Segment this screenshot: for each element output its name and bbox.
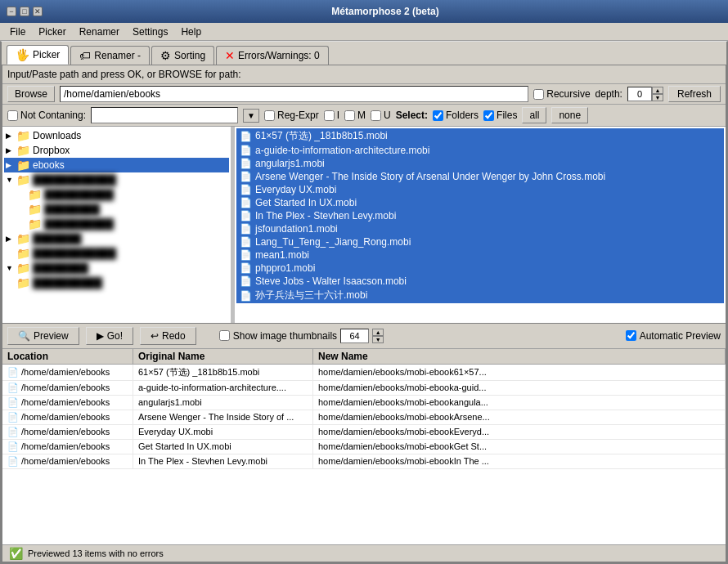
auto-preview: Automatic Preview [626, 330, 721, 342]
m-checkbox[interactable] [344, 110, 355, 121]
file-item-12[interactable]: 📄 孙子兵法与三十六计.mobi [236, 288, 724, 303]
arrow-blurred-3[interactable] [17, 205, 25, 213]
refresh-button[interactable]: Refresh [668, 86, 721, 102]
all-button[interactable]: all [522, 107, 546, 123]
file-item-3[interactable]: 📄 Arsene Wenger - The Inside Story of Ar… [236, 170, 724, 183]
arrow-ebooks[interactable]: ▶ [6, 161, 14, 169]
tab-sorting[interactable]: ⚙ Sorting [151, 46, 214, 65]
file-item-5[interactable]: 📄 Get Started In UX.mobi [236, 196, 724, 209]
arrow-downloads[interactable]: ▶ [6, 132, 14, 140]
tab-renamer[interactable]: 🏷 Renamer - [70, 46, 150, 65]
menu-settings[interactable]: Settings [126, 25, 174, 39]
close-button[interactable]: ✕ [33, 7, 43, 16]
tree-item-downloads[interactable]: ▶ 📁 Downloads [4, 128, 229, 143]
file-name-0: 61×57 (节选) _181b8b15.mobi [255, 129, 388, 143]
file-item-0[interactable]: 📄 61×57 (节选) _181b8b15.mobi [236, 128, 724, 144]
tree-item-blurred-5[interactable]: ▶ 📁 ███████ [4, 231, 229, 246]
row-icon-3: 📄 [7, 412, 19, 423]
filter-input[interactable] [91, 107, 238, 123]
arrow-dropbox[interactable]: ▶ [6, 146, 14, 154]
tree-item-blurred-4[interactable]: 📁 ██████████ [4, 217, 229, 231]
tree-item-blurred-7[interactable]: ▼ 📁 ████████ [4, 261, 229, 275]
file-item-7[interactable]: 📄 jsfoundation1.mobi [236, 222, 724, 235]
files-checkbox[interactable] [483, 110, 494, 121]
file-icon-11: 📄 [240, 275, 252, 287]
file-item-6[interactable]: 📄 In The Plex - Stevhen Levy.mobi [236, 209, 724, 222]
thumb-up-button[interactable]: ▲ [372, 329, 384, 336]
depth-up-button[interactable]: ▲ [652, 87, 663, 94]
file-item-9[interactable]: 📄 mean1.mobi [236, 248, 724, 262]
preview-button[interactable]: 🔍 Preview [7, 327, 79, 345]
restore-button[interactable]: □ [20, 7, 29, 16]
auto-preview-checkbox[interactable] [626, 330, 636, 341]
tree-item-blurred-2[interactable]: 📁 ██████████ [4, 187, 229, 202]
tab-errors[interactable]: ✕ Errors/Warnings: 0 [216, 46, 329, 65]
tree-item-blurred-1[interactable]: ▼ 📁 ████████████ [4, 172, 229, 187]
folder-icon-blurred-2: 📁 [28, 188, 42, 201]
none-button[interactable]: none [551, 107, 588, 123]
arrow-blurred-7[interactable]: ▼ [6, 264, 14, 272]
thumbnail-checkbox[interactable] [219, 330, 230, 341]
picker-icon: 🖐 [16, 48, 29, 61]
recursive-checkbox[interactable] [533, 89, 544, 100]
thumbnail-size-input[interactable] [340, 329, 369, 343]
tab-picker[interactable]: 🖐 Picker [7, 45, 69, 65]
depth-spinner[interactable]: ▲ ▼ [652, 87, 663, 101]
u-checkbox[interactable] [371, 110, 381, 121]
arrow-blurred-2[interactable] [17, 190, 25, 199]
depth-down-button[interactable]: ▼ [652, 94, 663, 101]
arrow-blurred-6[interactable] [6, 249, 14, 257]
menu-help[interactable]: Help [174, 25, 208, 39]
td-new-name-3: home/damien/ebooks/mobi-ebookArsene... [313, 410, 726, 424]
status-icon: ✅ [9, 547, 23, 560]
tree-item-ebooks[interactable]: ▶ 📁 ebooks [4, 158, 229, 172]
file-list: 📄 61×57 (节选) _181b8b15.mobi 📄 a-guide-to… [235, 127, 726, 323]
folders-checkbox[interactable] [433, 110, 443, 121]
m-label: M [357, 110, 366, 121]
menu-picker[interactable]: Picker [32, 25, 72, 39]
file-item-1[interactable]: 📄 a-guide-to-information-architecture.mo… [236, 144, 724, 157]
minimize-button[interactable]: − [7, 7, 16, 16]
file-item-4[interactable]: 📄 Everyday UX.mobi [236, 183, 724, 196]
menu-file[interactable]: File [3, 25, 32, 39]
path-input-bar: Browse Recursive depth: ▲ ▼ Refresh [2, 84, 726, 105]
folder-icon-blurred-6: 📁 [16, 247, 30, 260]
arrow-blurred-5[interactable]: ▶ [6, 235, 14, 243]
tree-item-blurred-3[interactable]: 📁 ████████ [4, 202, 229, 217]
not-containing-checkbox[interactable] [7, 110, 18, 121]
main-window: 🖐 Picker 🏷 Renamer - ⚙ Sorting ✕ Errors/… [0, 41, 728, 564]
content-area: Input/Paste path and press OK, or BROWSE… [2, 65, 726, 562]
go-button[interactable]: ▶ Go! [86, 327, 133, 345]
thumbnail-spinner[interactable]: ▲ ▼ [372, 329, 384, 343]
tree-item-blurred-8[interactable]: 📁 ██████████ [4, 275, 229, 290]
tree-item-dropbox[interactable]: ▶ 📁 Dropbox [4, 143, 229, 158]
file-name-7: jsfoundation1.mobi [255, 223, 338, 235]
tree-item-blurred-6[interactable]: 📁 ████████████ [4, 246, 229, 261]
i-checkbox[interactable] [324, 110, 335, 121]
tree-label-downloads: Downloads [33, 130, 81, 141]
menu-renamer[interactable]: Renamer [73, 25, 126, 39]
depth-input[interactable] [627, 87, 652, 101]
file-name-4: Everyday UX.mobi [255, 184, 336, 195]
td-location-3: 📄 /home/damien/ebooks [2, 410, 133, 424]
arrow-blurred-8[interactable] [6, 279, 14, 287]
file-item-8[interactable]: 📄 Lang_Tu_Teng_-_Jiang_Rong.mobi [236, 235, 724, 248]
file-item-10[interactable]: 📄 phppro1.mobi [236, 262, 724, 275]
redo-button[interactable]: ↩ Redo [140, 327, 196, 345]
arrow-blurred-4[interactable] [17, 220, 25, 228]
browse-button[interactable]: Browse [7, 86, 55, 102]
table-row: 📄 /home/damien/ebooks Arsene Wenger - Th… [2, 410, 726, 425]
arrow-blurred-1[interactable]: ▼ [6, 176, 14, 184]
td-new-name-4: home/damien/ebooks/mobi-ebookEveryd... [313, 425, 726, 439]
file-icon-5: 📄 [240, 197, 252, 208]
reg-expr-checkbox[interactable] [264, 110, 275, 121]
file-item-2[interactable]: 📄 angularjs1.mobi [236, 157, 724, 170]
folder-icon-blurred-4: 📁 [28, 217, 42, 231]
file-icon-1: 📄 [240, 145, 252, 156]
thumb-down-button[interactable]: ▼ [372, 336, 384, 343]
path-input[interactable] [60, 86, 528, 102]
file-item-11[interactable]: 📄 Steve Jobs - Walter Isaacson.mobi [236, 275, 724, 288]
td-original-1: a-guide-to-information-architecture.... [133, 381, 313, 395]
filter-dropdown[interactable]: ▼ [243, 109, 259, 123]
window-controls[interactable]: − □ ✕ [7, 7, 43, 16]
